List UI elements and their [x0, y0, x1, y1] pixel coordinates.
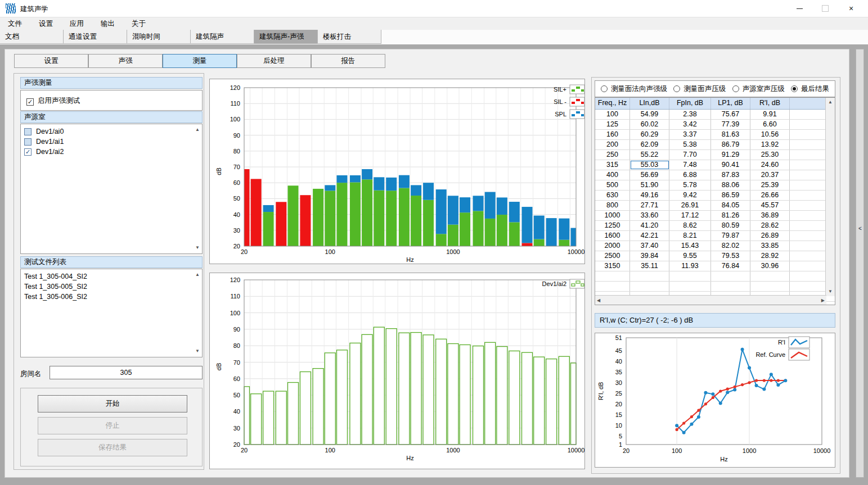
- channel-checkbox[interactable]: [24, 128, 32, 135]
- channel-item[interactable]: Dev1/ai1: [21, 137, 202, 147]
- table-cell[interactable]: 1250: [595, 221, 630, 230]
- scroll-left-icon[interactable]: ◀: [597, 298, 600, 303]
- table-cell[interactable]: [790, 150, 826, 160]
- table-cell[interactable]: 3150: [595, 261, 630, 271]
- table-cell[interactable]: [790, 231, 826, 241]
- sub-tab-测量[interactable]: 测量: [163, 54, 237, 68]
- table-cell[interactable]: 45.57: [750, 201, 790, 210]
- scroll-up-icon[interactable]: ▲: [194, 271, 201, 278]
- table-cell[interactable]: 54.99: [630, 110, 669, 119]
- table-cell[interactable]: 87.83: [711, 170, 750, 180]
- table-cell[interactable]: 36.89: [750, 211, 790, 220]
- table-cell[interactable]: 26.66: [750, 191, 790, 200]
- menu-item-输出[interactable]: 输出: [100, 19, 116, 29]
- side-splitter[interactable]: [856, 49, 864, 478]
- table-cell[interactable]: 77.39: [711, 120, 750, 129]
- table-cell[interactable]: 2500: [595, 251, 630, 261]
- main-tab-建筑隔声[interactable]: 建筑隔声: [191, 30, 254, 44]
- table-cell[interactable]: 400: [595, 170, 630, 180]
- table-cell[interactable]: 100: [595, 110, 630, 119]
- table-cell[interactable]: 9.55: [669, 251, 711, 261]
- menu-item-设置[interactable]: 设置: [38, 19, 54, 29]
- table-cell[interactable]: 5.78: [669, 180, 711, 190]
- sub-tab-设置[interactable]: 设置: [14, 54, 88, 68]
- table-cell[interactable]: 25.30: [750, 150, 790, 160]
- enable-intensity-checkbox[interactable]: ✓: [26, 98, 34, 106]
- table-cell[interactable]: 125: [595, 120, 630, 129]
- main-tab-楼板打击[interactable]: 楼板打击: [318, 30, 381, 44]
- table-cell[interactable]: [790, 130, 826, 139]
- table-cell[interactable]: 28.92: [750, 251, 790, 261]
- table-cell[interactable]: 79.53: [711, 251, 750, 261]
- table-cell[interactable]: 800: [595, 201, 630, 210]
- table-cell[interactable]: 24.60: [750, 160, 790, 170]
- table-cell[interactable]: 84.05: [711, 201, 750, 210]
- table-cell[interactable]: 60.02: [630, 120, 669, 129]
- table-cell[interactable]: 49.16: [630, 191, 669, 200]
- table-cell[interactable]: 6.88: [669, 170, 711, 180]
- save-result-button[interactable]: 保存结果: [38, 439, 187, 456]
- table-cell[interactable]: 17.12: [669, 211, 711, 220]
- table-cell[interactable]: 500: [595, 180, 630, 190]
- table-vscrollbar[interactable]: ▲ ▼: [825, 98, 835, 296]
- table-cell[interactable]: 160: [595, 130, 630, 139]
- scroll-up-icon[interactable]: ▲: [194, 126, 201, 133]
- table-cell[interactable]: 86.59: [711, 191, 750, 200]
- table-header-cell[interactable]: R'I, dB: [750, 98, 790, 109]
- table-cell[interactable]: 11.93: [669, 261, 711, 271]
- table-cell[interactable]: [790, 221, 826, 230]
- table-cell[interactable]: 60.29: [630, 130, 669, 139]
- table-cell[interactable]: 42.21: [630, 231, 669, 241]
- menu-item-关于[interactable]: 关于: [131, 19, 147, 29]
- table-cell[interactable]: 35.11: [630, 261, 669, 271]
- channel-checkbox[interactable]: [24, 138, 32, 146]
- table-cell[interactable]: 2.38: [669, 110, 711, 119]
- table-cell[interactable]: [790, 110, 826, 119]
- stop-button[interactable]: 停止: [38, 417, 187, 434]
- table-header-cell[interactable]: Freq., Hz: [595, 98, 630, 109]
- main-tab-混响时间[interactable]: 混响时间: [127, 30, 191, 44]
- table-cell[interactable]: 41.20: [630, 221, 669, 230]
- table-cell[interactable]: 3.42: [669, 120, 711, 129]
- table-cell[interactable]: 27.71: [630, 201, 669, 210]
- table-cell[interactable]: 250: [595, 150, 630, 160]
- table-cell[interactable]: 80.59: [711, 221, 750, 230]
- table-hscrollbar[interactable]: ◀ ▶: [595, 295, 826, 305]
- enable-intensity-row[interactable]: ✓启用声强测试: [21, 90, 202, 106]
- table-cell[interactable]: 315: [595, 160, 630, 170]
- test-file-item[interactable]: Test 1_305-004_SI2: [21, 271, 202, 282]
- table-cell[interactable]: [790, 251, 826, 261]
- table-cell[interactable]: [790, 191, 826, 200]
- start-button[interactable]: 开始: [38, 395, 187, 413]
- menu-item-应用[interactable]: 应用: [69, 19, 85, 29]
- table-cell[interactable]: 5.38: [669, 140, 711, 149]
- scroll-right-icon[interactable]: ▶: [821, 298, 825, 303]
- table-header-cell[interactable]: FpIn, dB: [669, 98, 711, 109]
- scroll-down-icon[interactable]: ▼: [194, 244, 201, 251]
- table-cell[interactable]: 1600: [595, 231, 630, 241]
- view-option-item[interactable]: 测量面声压级: [673, 84, 726, 94]
- table-cell[interactable]: 81.26: [711, 211, 750, 220]
- table-cell[interactable]: 88.06: [711, 180, 750, 190]
- view-option-selected[interactable]: 最后结果: [791, 84, 829, 94]
- table-cell[interactable]: 9.42: [669, 191, 711, 200]
- table-cell[interactable]: 30.96: [750, 261, 790, 271]
- collapse-left-icon[interactable]: ˂: [857, 225, 863, 233]
- table-cell[interactable]: [790, 211, 826, 220]
- table-cell[interactable]: 13.92: [750, 140, 790, 149]
- table-header-cell[interactable]: LIn,dB: [630, 98, 669, 109]
- channel-item[interactable]: Dev1/ai0: [21, 126, 202, 137]
- table-cell[interactable]: 56.69: [630, 170, 669, 180]
- table-cell[interactable]: 75.67: [711, 110, 750, 119]
- table-cell[interactable]: 3.37: [669, 130, 711, 139]
- table-cell[interactable]: 55.22: [630, 150, 669, 160]
- table-cell[interactable]: [790, 180, 826, 190]
- table-cell[interactable]: 90.41: [711, 160, 750, 170]
- table-cell[interactable]: 39.84: [630, 251, 669, 261]
- table-cell[interactable]: 81.63: [711, 130, 750, 139]
- table-cell[interactable]: [790, 261, 826, 271]
- table-cell[interactable]: [790, 160, 826, 170]
- table-cell[interactable]: 26.89: [750, 231, 790, 241]
- table-cell[interactable]: 8.62: [669, 221, 711, 230]
- menu-item-文件[interactable]: 文件: [7, 19, 23, 29]
